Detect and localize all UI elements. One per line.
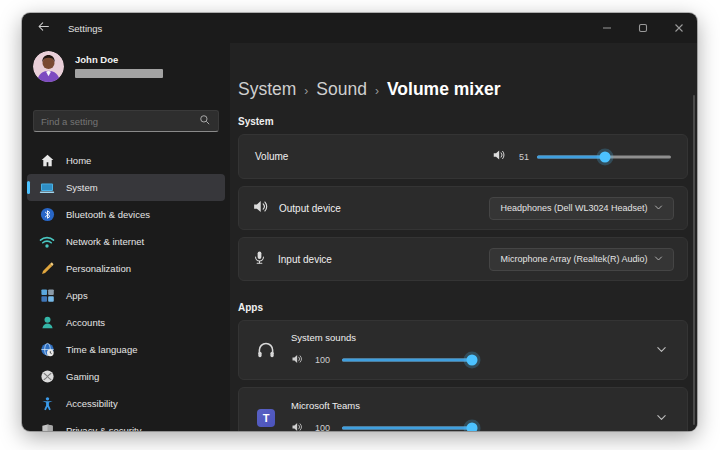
app-row-system-sounds: System sounds 100 [238, 320, 688, 380]
chevron-down-icon [654, 203, 663, 214]
user-profile: John Doe [33, 49, 230, 83]
speaker-icon [492, 148, 506, 166]
accessibility-icon [37, 394, 57, 414]
breadcrumb-sound[interactable]: Sound [316, 79, 367, 100]
sidebar-item-bluetooth-devices[interactable]: Bluetooth & devices [27, 201, 225, 228]
app-name: System sounds [291, 332, 649, 343]
microphone-icon [252, 250, 267, 269]
minimize-button[interactable] [589, 13, 625, 43]
input-device-value: Microphone Array (Realtek(R) Audio) [500, 254, 647, 264]
sidebar-item-gaming[interactable]: Gaming [27, 363, 225, 390]
output-device-label: Output device [279, 203, 341, 214]
expand-system-sounds-button[interactable] [649, 338, 673, 362]
sidebar-item-accounts[interactable]: Accounts [27, 309, 225, 336]
app-volume-value: 100 [315, 423, 333, 432]
microsoft-teams-slider-thumb[interactable] [467, 422, 478, 431]
system-sounds-slider[interactable] [342, 352, 472, 368]
active-indicator [27, 181, 30, 194]
bluetooth-icon [37, 205, 57, 225]
sidebar-item-label: Time & language [66, 344, 137, 355]
accounts-icon [37, 313, 57, 333]
volume-label: Volume [255, 151, 288, 162]
input-device-label: Input device [278, 254, 332, 265]
sidebar-item-label: System [66, 182, 98, 193]
headphones-icon [253, 339, 279, 361]
sidebar-item-label: Bluetooth & devices [66, 209, 150, 220]
wifi-icon [37, 232, 57, 252]
output-device-value: Headphones (Dell WL3024 Headset) [500, 203, 647, 213]
sidebar-item-label: Apps [66, 290, 88, 301]
sidebar-item-label: Home [66, 155, 91, 166]
search-box[interactable] [33, 110, 219, 132]
sidebar-item-privacy-security[interactable]: Privacy & security [27, 417, 225, 431]
sidebar-item-accessibility[interactable]: Accessibility [27, 390, 225, 417]
window-title: Settings [68, 23, 102, 34]
sidebar-nav: Home System Bluetooth & devices [22, 147, 230, 431]
breadcrumb-separator: › [304, 84, 308, 98]
search-input[interactable] [41, 116, 199, 127]
chevron-down-icon [654, 254, 663, 265]
main-content: System › Sound › Volume mixer System Vol… [230, 43, 697, 431]
gaming-icon [37, 367, 57, 387]
sidebar-item-personalization[interactable]: Personalization [27, 255, 225, 282]
home-icon [37, 151, 57, 171]
microsoft-teams-icon: T [257, 409, 275, 427]
sidebar-item-apps[interactable]: Apps [27, 282, 225, 309]
apps-section-title: Apps [238, 302, 688, 313]
breadcrumb-separator: › [375, 84, 379, 98]
sidebar-item-label: Accessibility [66, 398, 118, 409]
speaker-icon [291, 351, 303, 369]
app-volume-value: 100 [315, 355, 333, 365]
sidebar-item-label: Network & internet [66, 236, 144, 247]
sidebar: John Doe Home [22, 43, 230, 431]
maximize-icon [638, 19, 648, 37]
sidebar-item-label: Personalization [66, 263, 131, 274]
maximize-button[interactable] [625, 13, 661, 43]
sidebar-item-label: Privacy & security [66, 425, 142, 431]
privacy-shield-icon [37, 421, 57, 432]
sidebar-item-home[interactable]: Home [27, 147, 225, 174]
expand-microsoft-teams-button[interactable] [649, 406, 673, 430]
close-button[interactable] [661, 13, 697, 43]
minimize-icon [602, 19, 612, 37]
volume-value: 51 [513, 152, 529, 162]
close-icon [674, 19, 684, 37]
output-speaker-icon [252, 198, 269, 219]
system-sounds-slider-thumb[interactable] [467, 354, 478, 365]
sidebar-item-system[interactable]: System [27, 174, 225, 201]
system-section-title: System [238, 116, 688, 127]
time-language-icon [37, 340, 57, 360]
output-device-row: Output device Headphones (Dell WL3024 He… [238, 186, 688, 230]
output-device-dropdown[interactable]: Headphones (Dell WL3024 Headset) [489, 197, 674, 220]
speaker-icon [291, 419, 303, 432]
microsoft-teams-slider[interactable] [342, 420, 472, 432]
app-name: Microsoft Teams [291, 400, 649, 411]
avatar [33, 51, 64, 82]
page-title: Volume mixer [387, 79, 500, 100]
user-email-redacted [75, 69, 163, 78]
volume-slider[interactable] [537, 149, 671, 165]
search-icon [199, 112, 211, 130]
apps-icon [37, 286, 57, 306]
user-name: John Doe [75, 54, 163, 65]
chevron-down-icon [656, 409, 667, 427]
titlebar: Settings [22, 13, 697, 43]
volume-slider-thumb[interactable] [600, 151, 611, 162]
personalization-icon [37, 259, 57, 279]
volume-row: Volume 51 [238, 134, 688, 179]
input-device-dropdown[interactable]: Microphone Array (Realtek(R) Audio) [489, 248, 674, 271]
chevron-down-icon [656, 341, 667, 359]
sidebar-item-time-language[interactable]: Time & language [27, 336, 225, 363]
sidebar-item-network-internet[interactable]: Network & internet [27, 228, 225, 255]
sidebar-item-label: Accounts [66, 317, 105, 328]
back-button[interactable] [30, 17, 56, 39]
input-device-row: Input device Microphone Array (Realtek(R… [238, 237, 688, 281]
settings-window: Settings [22, 13, 697, 431]
breadcrumb-system[interactable]: System [238, 79, 296, 100]
breadcrumb: System › Sound › Volume mixer [238, 79, 688, 100]
scrollbar[interactable] [693, 95, 695, 425]
back-arrow-icon [37, 19, 50, 37]
system-icon [37, 178, 57, 198]
sidebar-item-label: Gaming [66, 371, 99, 382]
app-row-microsoft-teams: T Microsoft Teams 100 [238, 387, 688, 431]
